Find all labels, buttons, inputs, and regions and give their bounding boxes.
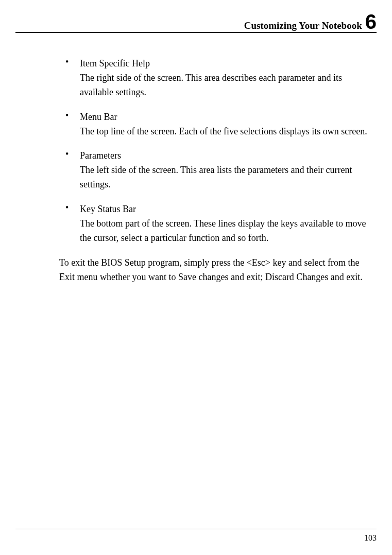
- list-item: Key Status Bar The bottom part of the sc…: [59, 202, 377, 246]
- item-description: The top line of the screen. Each of the …: [80, 125, 377, 139]
- closing-paragraph: To exit the BIOS Setup program, simply p…: [59, 256, 377, 285]
- item-description: The left side of the screen. This area l…: [80, 163, 377, 192]
- header-divider: [15, 32, 377, 33]
- page-number: 103: [364, 533, 377, 543]
- page-header: Customizing Your Notebook 6: [15, 11, 377, 32]
- item-description: The right side of the screen. This area …: [80, 71, 377, 100]
- footer-divider: [15, 529, 377, 529]
- item-title: Item Specific Help: [80, 57, 377, 71]
- list-item: Item Specific Help The right side of the…: [59, 57, 377, 100]
- item-description: The bottom part of the screen. These lin…: [80, 217, 377, 246]
- item-title: Parameters: [80, 149, 377, 163]
- list-item: Parameters The left side of the screen. …: [59, 149, 377, 192]
- header-title: Customizing Your Notebook: [244, 20, 362, 31]
- item-title: Key Status Bar: [80, 202, 377, 217]
- bullet-list: Item Specific Help The right side of the…: [59, 57, 377, 246]
- list-item: Menu Bar The top line of the screen. Eac…: [59, 110, 377, 139]
- item-title: Menu Bar: [80, 110, 377, 125]
- chapter-number: 6: [365, 11, 377, 32]
- content-area: Item Specific Help The right side of the…: [59, 57, 377, 285]
